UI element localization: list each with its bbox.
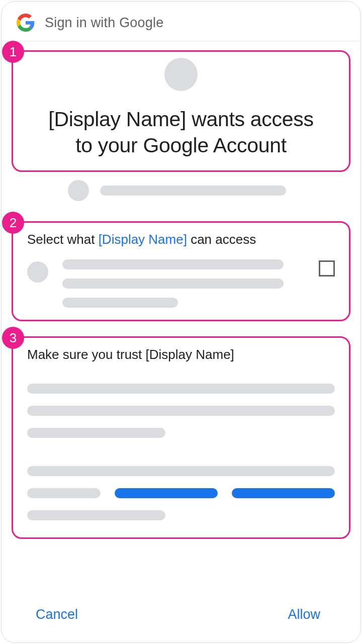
trust-body-placeholder (27, 384, 335, 520)
scope-icon-placeholder (27, 261, 48, 283)
dialog-footer: Cancel Allow (2, 589, 360, 642)
allow-button[interactable]: Allow (288, 607, 320, 622)
account-row (68, 180, 350, 201)
consent-title-line2: to your Google Account (27, 132, 335, 158)
annotation-section-1: 1 [Display Name] wants access to your Go… (12, 50, 350, 172)
scope-selection-heading: Select what [Display Name] can access (27, 232, 335, 247)
annotation-section-2: 2 Select what [Display Name] can access (12, 221, 350, 321)
consent-title-line1: [Display Name] wants access (27, 106, 335, 132)
policy-link-placeholder[interactable] (232, 488, 335, 498)
trust-heading: Make sure you trust [Display Name] (27, 347, 335, 362)
annotation-badge-3: 3 (2, 327, 24, 349)
consent-dialog: Sign in with Google 1 [Display Name] wan… (1, 1, 361, 643)
consent-title: [Display Name] wants access to your Goog… (27, 106, 335, 158)
cancel-button[interactable]: Cancel (36, 607, 78, 622)
account-avatar-placeholder (68, 180, 89, 201)
annotation-badge-1: 1 (2, 41, 24, 63)
dialog-header: Sign in with Google (2, 2, 360, 41)
header-title: Sign in with Google (45, 15, 163, 31)
scope-description-placeholder (62, 259, 305, 308)
google-logo-icon (17, 14, 35, 32)
policy-link-placeholder[interactable] (115, 488, 218, 498)
scope-item (27, 259, 335, 308)
dialog-content: 1 [Display Name] wants access to your Go… (2, 41, 360, 589)
account-email-placeholder (100, 186, 286, 196)
annotation-section-3: 3 Make sure you trust [Display Name] (12, 336, 350, 539)
app-avatar-placeholder (164, 58, 198, 91)
scope-checkbox[interactable] (319, 260, 335, 277)
app-name-link[interactable]: [Display Name] (99, 232, 187, 247)
annotation-badge-2: 2 (2, 212, 24, 234)
